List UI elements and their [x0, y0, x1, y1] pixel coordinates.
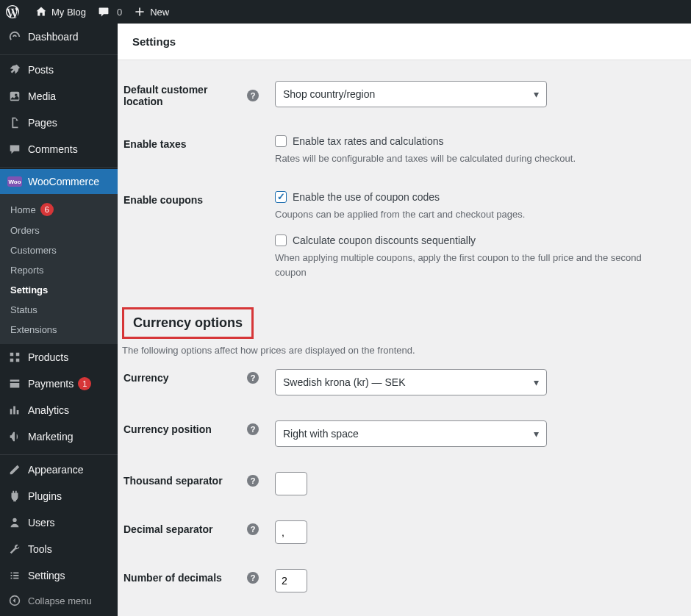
enable-coupons-desc: Coupons can be applied from the cart and… [275, 207, 667, 222]
help-icon[interactable]: ? [247, 90, 259, 101]
submenu-status[interactable]: Status [0, 300, 118, 320]
currency-position-label: Currency position [123, 423, 244, 435]
settings-icon [7, 568, 22, 583]
menu-media[interactable]: Media [0, 83, 118, 110]
wp-logo-button[interactable] [0, 0, 29, 24]
media-icon [7, 89, 22, 104]
plugins-icon [7, 489, 22, 504]
comment-icon [98, 6, 110, 18]
menu-marketing-label: Marketing [28, 431, 73, 443]
users-icon [7, 515, 22, 530]
menu-woocommerce[interactable]: Woo WooCommerce [0, 169, 118, 194]
help-icon[interactable]: ? [247, 423, 259, 435]
menu-analytics-label: Analytics [28, 404, 69, 416]
submenu-customers[interactable]: Customers [0, 240, 118, 260]
admin-sidebar: Dashboard Posts Media Pages Comments Woo… [0, 24, 118, 616]
menu-separator [0, 51, 118, 55]
home-badge: 6 [40, 203, 54, 216]
menu-separator [0, 164, 118, 168]
enable-taxes-checkbox-label: Enable tax rates and calculations [293, 135, 443, 147]
menu-posts-label: Posts [28, 64, 54, 76]
decimal-separator-input[interactable] [275, 520, 307, 544]
collapse-icon [7, 595, 22, 606]
products-icon [7, 350, 22, 365]
enable-coupons-checkbox-label: Enable the use of coupon codes [293, 191, 440, 203]
menu-plugins[interactable]: Plugins [0, 483, 118, 509]
collapse-label: Collapse menu [28, 595, 92, 606]
woocommerce-submenu: Home 6 Orders Customers Reports Settings… [0, 194, 118, 344]
help-icon[interactable]: ? [247, 523, 259, 535]
menu-analytics[interactable]: Analytics [0, 397, 118, 423]
sequential-coupons-checkbox[interactable] [275, 234, 287, 246]
tools-icon [7, 542, 22, 556]
menu-media-label: Media [28, 90, 56, 102]
chevron-down-icon: ▾ [534, 428, 539, 440]
thousand-separator-input[interactable] [275, 472, 307, 495]
enable-coupons-label: Enable coupons [123, 194, 203, 206]
decimal-separator-label: Decimal separator [123, 523, 244, 535]
admin-bar: My Blog 0 New [0, 0, 691, 24]
currency-settings-table: Currency? Swedish krona (kr) — SEK ▾ Cur… [118, 356, 676, 606]
new-label: New [150, 7, 169, 18]
general-settings-table: Default customer location ? Shop country… [118, 68, 676, 293]
submenu-home[interactable]: Home 6 [0, 198, 118, 221]
menu-tools[interactable]: Tools [0, 536, 118, 562]
submenu-orders[interactable]: Orders [0, 221, 118, 240]
submenu-extensions[interactable]: Extensions [0, 320, 118, 340]
enable-taxes-checkbox[interactable] [275, 135, 287, 147]
default-location-label: Default customer location [123, 84, 244, 107]
menu-appearance[interactable]: Appearance [0, 456, 118, 483]
sequential-coupons-desc: When applying multiple coupons, apply th… [275, 251, 667, 279]
submenu-settings[interactable]: Settings [0, 280, 118, 300]
menu-users[interactable]: Users [0, 509, 118, 536]
menu-woocommerce-label: WooCommerce [28, 176, 99, 187]
menu-products-label: Products [28, 351, 68, 363]
help-icon[interactable]: ? [247, 372, 259, 384]
dashboard-icon [7, 29, 22, 44]
comments-count: 0 [117, 7, 122, 18]
menu-posts[interactable]: Posts [0, 57, 118, 83]
currency-value: Swedish krona (kr) — SEK [283, 376, 406, 388]
content-area: Settings Default customer location ? Sho… [118, 24, 691, 616]
pages-icon [7, 115, 22, 130]
site-name-link[interactable]: My Blog [29, 0, 92, 24]
wordpress-icon [6, 5, 19, 18]
number-of-decimals-label: Number of decimals [123, 572, 244, 584]
number-of-decimals-input[interactable] [275, 569, 307, 592]
menu-marketing[interactable]: Marketing [0, 423, 118, 450]
menu-comments[interactable]: Comments [0, 136, 118, 162]
currency-options-desc: The following options affect how prices … [118, 339, 676, 356]
site-title: My Blog [51, 7, 86, 18]
currency-label: Currency [123, 372, 244, 384]
currency-position-select[interactable]: Right with space ▾ [275, 420, 547, 447]
menu-products[interactable]: Products [0, 344, 118, 370]
currency-select[interactable]: Swedish krona (kr) — SEK ▾ [275, 369, 547, 395]
pin-icon [7, 62, 22, 77]
analytics-icon [7, 403, 22, 418]
comments-icon [7, 142, 22, 157]
comments-link[interactable]: 0 [92, 0, 128, 24]
menu-dashboard[interactable]: Dashboard [0, 24, 118, 50]
menu-payments[interactable]: Payments 1 [0, 370, 118, 397]
submenu-home-label: Home [10, 204, 36, 215]
menu-pages[interactable]: Pages [0, 110, 118, 136]
thousand-separator-label: Thousand separator [123, 475, 244, 487]
appearance-icon [7, 462, 22, 477]
collapse-menu[interactable]: Collapse menu [0, 589, 118, 612]
menu-wp-settings[interactable]: Settings [0, 562, 118, 589]
menu-pages-label: Pages [28, 117, 57, 129]
enable-coupons-checkbox[interactable] [275, 191, 287, 203]
default-location-select[interactable]: Shop country/region ▾ [275, 81, 547, 107]
menu-appearance-label: Appearance [28, 464, 84, 476]
enable-taxes-label: Enable taxes [123, 138, 187, 150]
help-icon[interactable]: ? [247, 475, 259, 487]
settings-form: Default customer location ? Shop country… [118, 60, 691, 616]
help-icon[interactable]: ? [247, 572, 259, 584]
sequential-coupons-label: Calculate coupon discounts sequentially [293, 234, 476, 246]
chevron-down-icon: ▾ [534, 88, 539, 100]
enable-taxes-desc: Rates will be configurable and taxes wil… [275, 151, 667, 166]
currency-position-value: Right with space [283, 428, 359, 440]
new-content-link[interactable]: New [128, 0, 175, 24]
submenu-reports[interactable]: Reports [0, 260, 118, 280]
menu-dashboard-label: Dashboard [28, 31, 79, 43]
